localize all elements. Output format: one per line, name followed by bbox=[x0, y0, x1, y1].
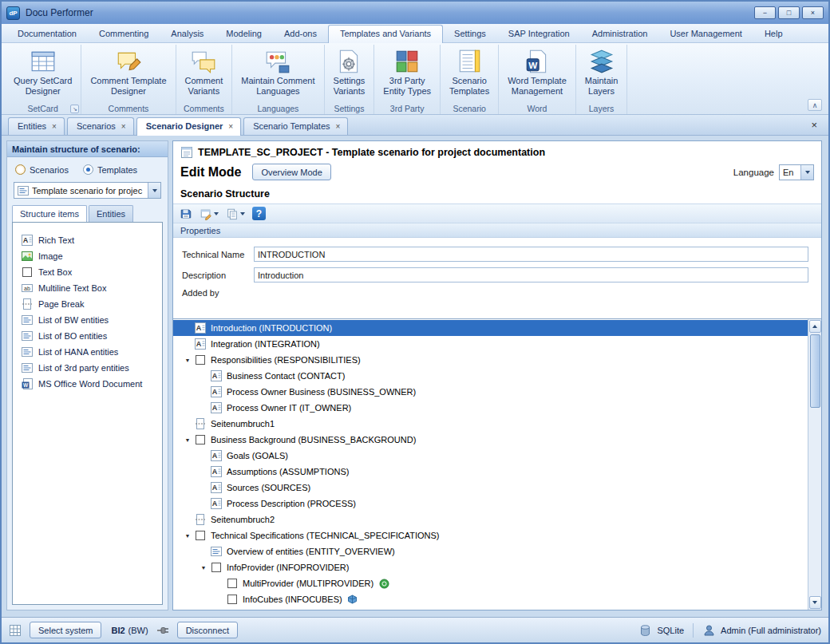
scenario-templates-button[interactable]: Scenario Templates bbox=[446, 46, 492, 98]
svg-text:W: W bbox=[23, 382, 29, 388]
select-system-button[interactable]: Select system bbox=[30, 622, 101, 638]
settings-variants-button[interactable]: Settings Variants bbox=[330, 46, 369, 98]
help-button[interactable]: ? bbox=[250, 205, 268, 222]
tree-row-infoprovider[interactable]: ▼ InfoProvider (INFOPROVIDER) bbox=[173, 559, 808, 575]
tree-row-sources[interactable]: A Sources (SOURCES) bbox=[173, 480, 808, 496]
tab-scenarios[interactable]: Scenarios × bbox=[67, 117, 134, 135]
scrollbar-thumb[interactable] bbox=[810, 334, 820, 408]
tab-entities[interactable]: Entities × bbox=[8, 117, 65, 135]
tree-row-overview-of-entities[interactable]: Overview of entities (ENTITY_OVERVIEW) bbox=[173, 543, 808, 559]
chevron-down-icon[interactable] bbox=[800, 165, 813, 180]
menu-tab-analysis[interactable]: Analysis bbox=[160, 26, 215, 42]
overview-mode-button[interactable]: Overview Mode bbox=[252, 164, 330, 180]
tree-scrollbar[interactable] bbox=[808, 319, 821, 610]
structure-item-page-break[interactable]: Page Break bbox=[13, 296, 162, 312]
tree-row-integration[interactable]: A Integration (INTEGRATION) bbox=[173, 336, 808, 352]
structure-item-multiline-text-box[interactable]: ab Multiline Text Box bbox=[13, 280, 162, 296]
menu-tab-administration[interactable]: Administration bbox=[581, 26, 659, 42]
close-icon[interactable]: × bbox=[336, 122, 341, 131]
structure-item-list-bw[interactable]: List of BW entities bbox=[13, 312, 162, 328]
menu-tab-templates-and-variants[interactable]: Templates and Variants bbox=[328, 25, 443, 43]
menu-tab-settings[interactable]: Settings bbox=[443, 26, 497, 42]
tree-row-process-description[interactable]: A Process Description (PROCESS) bbox=[173, 496, 808, 512]
tree-row-assumptions[interactable]: A Assumptions (ASSUMPTIONS) bbox=[173, 464, 808, 480]
chevron-down-icon[interactable] bbox=[148, 183, 160, 198]
close-icon[interactable]: × bbox=[121, 122, 126, 131]
structure-item-list-hana[interactable]: List of HANA entities bbox=[13, 344, 162, 360]
minimize-button[interactable]: − bbox=[754, 6, 776, 19]
tree-row-label: Sources (SOURCES) bbox=[227, 483, 310, 492]
menu-tab-add-ons[interactable]: Add-ons bbox=[273, 26, 328, 42]
structure-item-list-bo[interactable]: List of BO entities bbox=[13, 328, 162, 344]
maintain-comment-languages-button[interactable]: Maintain Comment Languages bbox=[238, 46, 318, 98]
expander-icon[interactable]: ▼ bbox=[181, 533, 194, 539]
description-input[interactable] bbox=[254, 267, 808, 282]
third-party-entity-types-button[interactable]: 3rd Party Entity Types bbox=[380, 46, 434, 98]
expander-icon[interactable]: ▼ bbox=[181, 358, 194, 363]
structure-item-text-box[interactable]: Text Box bbox=[13, 264, 162, 280]
tree-row-process-owner-it[interactable]: A Process Owner IT (IT_OWNER) bbox=[173, 400, 808, 416]
tabbar-close-icon[interactable]: × bbox=[806, 119, 822, 133]
tab-scenario-templates[interactable]: Scenario Templates × bbox=[243, 117, 348, 135]
tab-structure-items[interactable]: Structure items bbox=[12, 205, 87, 223]
radio-selected-icon[interactable] bbox=[83, 164, 93, 175]
structure-item-list-3rd-party[interactable]: List of 3rd party entities bbox=[13, 360, 162, 376]
language-select[interactable]: En bbox=[779, 164, 814, 180]
scroll-up-button[interactable] bbox=[809, 320, 821, 333]
structure-item-label: Image bbox=[38, 251, 63, 261]
scenario-doc-icon bbox=[180, 146, 193, 159]
maximize-button[interactable]: □ bbox=[778, 6, 800, 19]
radio-scenarios[interactable]: Scenarios bbox=[15, 164, 69, 175]
comment-template-designer-button[interactable]: Comment Template Designer bbox=[87, 46, 169, 98]
tree-row-label: Business Background (BUSINESS_BACKGROUND… bbox=[211, 435, 416, 444]
tree-row-infocubes[interactable]: InfoCubes (INFOCUBES) bbox=[173, 591, 808, 607]
close-icon[interactable]: × bbox=[52, 122, 57, 131]
system-grid-icon[interactable] bbox=[9, 624, 22, 637]
tree-row-responsibilities[interactable]: ▼ Responsibilities (RESPONSIBILITIES) bbox=[173, 352, 808, 368]
template-select[interactable]: Template scenario for projec bbox=[14, 182, 161, 199]
close-button[interactable]: × bbox=[802, 6, 824, 19]
tree-row-introduction[interactable]: A Introduction (INTRODUCTION) bbox=[173, 320, 808, 336]
expander-icon[interactable]: ▼ bbox=[197, 565, 210, 571]
comment-export-dropdown-button[interactable] bbox=[197, 205, 221, 222]
structure-item-image[interactable]: Image bbox=[13, 248, 162, 264]
ribbon-collapse-icon[interactable]: ∧ bbox=[808, 99, 822, 111]
menu-tab-commenting[interactable]: Commenting bbox=[88, 26, 160, 42]
tree-row-seitenumbruch1[interactable]: Seitenumbruch1 bbox=[173, 416, 808, 432]
tab-sidebar-entities[interactable]: Entities bbox=[89, 205, 133, 222]
radio-label: Templates bbox=[97, 165, 137, 175]
tree-row-seitenumbruch2[interactable]: Seitenumbruch2 bbox=[173, 512, 808, 527]
structure-item-word-document[interactable]: W MS Office Word Document bbox=[13, 376, 162, 392]
tree-row-multiprovider[interactable]: MultiProvider (MULTIPROVIDER) bbox=[173, 575, 808, 591]
close-icon[interactable]: × bbox=[228, 122, 233, 131]
menu-tab-documentation[interactable]: Documentation bbox=[6, 26, 88, 42]
menu-tab-help[interactable]: Help bbox=[753, 26, 794, 42]
window-controls: − □ × bbox=[752, 6, 824, 19]
ribbon-group-scenario: Scenario Templates Scenario bbox=[441, 45, 499, 114]
query-setcard-designer-button[interactable]: Query SetCard Designer bbox=[10, 46, 75, 98]
dialog-launcher-icon[interactable]: ↘ bbox=[70, 105, 79, 113]
save-button[interactable] bbox=[177, 205, 195, 222]
scroll-down-button[interactable] bbox=[809, 596, 821, 609]
structure-item-rich-text[interactable]: A Rich Text bbox=[13, 232, 162, 248]
menu-tab-user-management[interactable]: User Management bbox=[658, 26, 753, 42]
copy-structure-dropdown-button[interactable] bbox=[223, 205, 247, 222]
radio-icon[interactable] bbox=[15, 164, 26, 175]
maintain-layers-button[interactable]: Maintain Layers bbox=[582, 46, 622, 98]
tree-row-business-contact[interactable]: A Business Contact (CONTACT) bbox=[173, 368, 808, 384]
structure-item-label: List of HANA entities bbox=[38, 347, 118, 357]
tree-row-process-owner-business[interactable]: A Process Owner Business (BUSINESS_OWNER… bbox=[173, 384, 808, 400]
tree-row-goals[interactable]: A Goals (GOALS) bbox=[173, 448, 808, 464]
tab-scenario-designer[interactable]: Scenario Designer × bbox=[136, 117, 241, 136]
tree-row-technical-specifications[interactable]: ▼ Technical Specifications (TECHNICAL_SP… bbox=[173, 527, 808, 543]
comment-variants-button[interactable]: Comment Variants bbox=[182, 46, 227, 98]
radio-templates[interactable]: Templates bbox=[83, 164, 137, 175]
menu-tab-modeling[interactable]: Modeling bbox=[215, 26, 273, 42]
menu-tab-sap-integration[interactable]: SAP Integration bbox=[497, 26, 581, 42]
disconnect-button[interactable]: Disconnect bbox=[177, 622, 238, 638]
technical-name-input[interactable] bbox=[254, 247, 808, 262]
svg-text:A: A bbox=[212, 484, 218, 492]
tree-row-business-background[interactable]: ▼ Business Background (BUSINESS_BACKGROU… bbox=[173, 432, 808, 448]
expander-icon[interactable]: ▼ bbox=[181, 437, 194, 443]
word-template-management-button[interactable]: W Word Template Management bbox=[504, 46, 570, 98]
